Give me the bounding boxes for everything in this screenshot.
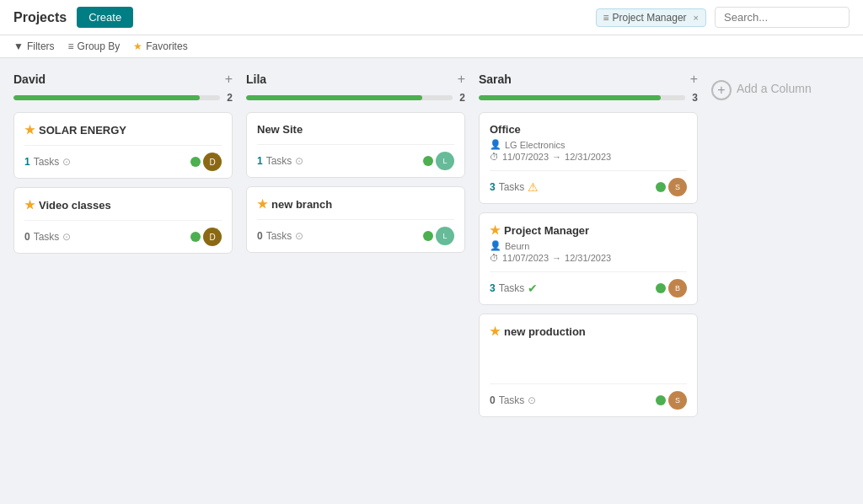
favorites-star-icon: ★ [133, 40, 142, 52]
video-tasks: 0 Tasks ⊙ [24, 231, 71, 243]
pm-tasks-label: Tasks [499, 282, 525, 294]
column-sarah-add-button[interactable]: + [690, 72, 698, 87]
solar-tasks: 1 Tasks ⊙ [24, 156, 71, 168]
office-avatar: S [668, 178, 687, 196]
lila-count: 2 [459, 92, 465, 104]
newsite-avatar: L [436, 152, 454, 170]
filter-tag-close-icon[interactable]: × [694, 13, 699, 23]
card-solar-title: ★ SOLAR ENERGY [24, 123, 222, 137]
card-projectmgr-title: ★ Project Manager [490, 223, 687, 237]
card-office[interactable]: Office 👤 LG Electronics ⏱ 11/07/2023 → 1… [479, 112, 698, 204]
newbranch-clock-icon[interactable]: ⊙ [295, 230, 303, 242]
filter-tag-label: Project Manager [613, 12, 687, 24]
newprod-tasks: 0 Tasks ⊙ [490, 394, 536, 406]
column-david-title: David [13, 72, 46, 86]
video-clock-icon[interactable]: ⊙ [62, 231, 71, 243]
card-projectmgr[interactable]: ★ Project Manager 👤 Beurn ⏱ 11/07/2023 →… [479, 212, 698, 305]
pm-status-dot [656, 283, 666, 293]
newbranch-tasks: 0 Tasks ⊙ [257, 230, 303, 242]
filters-button[interactable]: ▼ Filters [13, 40, 55, 52]
column-lila-title: Lila [246, 72, 266, 86]
video-status-dot [190, 232, 201, 242]
newprod-status-dot [656, 395, 666, 405]
video-task-count: 0 [24, 231, 30, 243]
solar-tasks-label: Tasks [34, 156, 60, 168]
pm-clock-icon: ⏱ [490, 253, 499, 263]
group-by-button[interactable]: ≡ Group By [68, 40, 121, 52]
card-solar-footer: 1 Tasks ⊙ D [24, 145, 222, 171]
office-tasks-label: Tasks [499, 181, 525, 193]
card-video[interactable]: ★ Video classes 0 Tasks ⊙ D [13, 187, 233, 254]
video-avatars: D [190, 228, 222, 246]
newsite-avatars: L [423, 152, 454, 170]
newbranch-status-dot [423, 231, 433, 241]
column-david-add-button[interactable]: + [225, 72, 233, 87]
add-column-label: Add a Column [737, 80, 812, 95]
newbranch-avatars: L [423, 227, 454, 245]
favorites-label: Favorites [146, 40, 187, 52]
newprod-task-count: 0 [490, 394, 496, 406]
column-sarah: Sarah + 3 Office 👤 LG Electronics ⏱ 11/0… [479, 72, 698, 426]
toolbar: ▼ Filters ≡ Group By ★ Favorites [0, 35, 863, 58]
pm-task-count: 3 [490, 282, 496, 294]
solar-clock-icon[interactable]: ⊙ [62, 156, 71, 168]
newprod-tasks-label: Tasks [499, 394, 525, 406]
column-lila-add-button[interactable]: + [458, 72, 465, 87]
video-avatar: D [203, 228, 222, 246]
card-newprod-title: ★ new production [490, 324, 687, 338]
card-newbranch-title: ★ new branch [257, 197, 454, 211]
pm-avatars: B [656, 279, 687, 298]
pm-avatar: B [668, 279, 687, 298]
card-newbranch[interactable]: ★ new branch 0 Tasks ⊙ L [246, 186, 465, 253]
newbranch-task-count: 0 [257, 230, 263, 242]
newprod-star-icon: ★ [490, 324, 501, 338]
card-video-title: ★ Video classes [24, 198, 222, 212]
sarah-progress-bar [479, 95, 685, 100]
column-lila-header: Lila + [246, 72, 465, 87]
office-warning-icon: ⚠ [528, 180, 539, 194]
newsite-tasks: 1 Tasks ⊙ [257, 155, 303, 167]
solar-task-count: 1 [24, 156, 30, 168]
card-pm-footer: 3 Tasks ✔ B [490, 271, 687, 298]
newsite-clock-icon[interactable]: ⊙ [295, 155, 303, 167]
card-office-footer: 3 Tasks ⚠ S [490, 170, 687, 196]
filter-tag[interactable]: ≡ Project Manager × [596, 8, 707, 27]
pm-star-icon: ★ [490, 223, 501, 237]
solar-star-icon: ★ [24, 123, 35, 137]
card-newprod[interactable]: ★ new production 0 Tasks ⊙ S [479, 314, 698, 417]
column-lila: Lila + 2 New Site 1 Tasks ⊙ L [246, 72, 465, 261]
card-office-title: Office [490, 123, 687, 136]
list-icon: ≡ [603, 12, 609, 24]
column-sarah-progress: 3 [479, 92, 698, 104]
office-avatars: S [656, 178, 687, 196]
office-task-count: 3 [490, 181, 496, 193]
newsite-status-dot [423, 156, 433, 166]
solar-avatars: D [190, 153, 222, 171]
create-button[interactable]: Create [77, 7, 133, 28]
filters-icon: ▼ [13, 40, 24, 52]
card-solar[interactable]: ★ SOLAR ENERGY 1 Tasks ⊙ D [13, 112, 233, 179]
column-david: David + 2 ★ SOLAR ENERGY 1 Tasks ⊙ [13, 72, 233, 262]
newbranch-star-icon: ★ [257, 197, 268, 211]
video-star-icon: ★ [24, 198, 35, 212]
add-column-plus-icon: + [711, 80, 732, 100]
filters-label: Filters [27, 40, 55, 52]
office-tasks: 3 Tasks ⚠ [490, 180, 539, 194]
david-count: 2 [227, 92, 233, 104]
newbranch-avatar: L [436, 227, 454, 245]
add-column[interactable]: + Add a Column [711, 72, 863, 109]
card-office-person: 👤 LG Electronics [490, 139, 687, 150]
card-pm-dates: ⏱ 11/07/2023 → 12/31/2023 [490, 253, 687, 263]
newbranch-tasks-label: Tasks [266, 230, 292, 242]
top-bar: Projects Create ≡ Project Manager × [0, 0, 863, 35]
card-pm-person: 👤 Beurn [490, 240, 687, 251]
card-newsite-title: New Site [257, 123, 454, 136]
column-david-header: David + [13, 72, 233, 87]
card-newbranch-footer: 0 Tasks ⊙ L [257, 219, 454, 245]
favorites-button[interactable]: ★ Favorites [133, 40, 187, 52]
pm-done-icon: ✔ [528, 281, 538, 295]
page-title: Projects [13, 10, 67, 25]
newprod-clock-icon[interactable]: ⊙ [528, 394, 536, 406]
card-newsite[interactable]: New Site 1 Tasks ⊙ L [246, 112, 465, 178]
search-input[interactable] [715, 7, 850, 28]
